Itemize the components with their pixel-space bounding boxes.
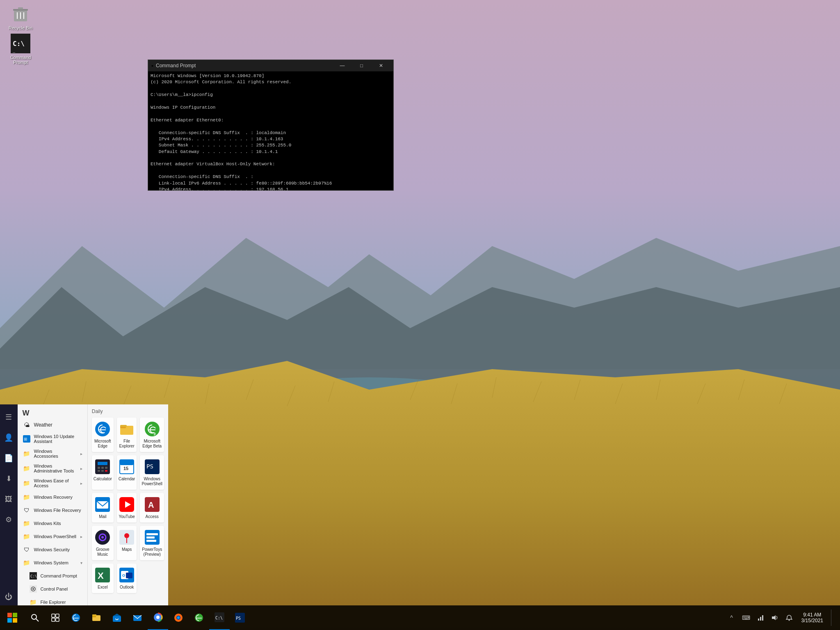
app-win-powershell[interactable]: 📁 Windows PowerShell ▸ xyxy=(18,530,87,543)
svg-rect-71 xyxy=(146,533,158,535)
app-win-system[interactable]: 📁 Windows System ▾ xyxy=(18,556,87,569)
cal-app-name: Calendar xyxy=(119,477,135,482)
svg-rect-42 xyxy=(120,425,127,427)
tray-network[interactable] xyxy=(754,609,767,626)
edge-app-icon xyxy=(94,421,111,437)
tray-notification[interactable] xyxy=(783,609,795,626)
svg-text:X: X xyxy=(98,571,104,581)
clock-time: 9:41 AM xyxy=(801,612,823,618)
app-win-file-recovery[interactable]: 🛡 Windows File Recovery xyxy=(18,504,87,517)
svg-rect-83 xyxy=(13,618,17,623)
svg-point-84 xyxy=(32,614,37,619)
show-desktop-button[interactable] xyxy=(831,609,836,626)
start-menu: ☰ 👤 📄 ⬇ 🖼 ⚙ ⏻ W 🌤 Weather ⊞ Windows 10 U… xyxy=(0,404,168,605)
close-button[interactable]: ✕ xyxy=(372,60,390,71)
svg-rect-48 xyxy=(101,467,104,469)
pictures-button[interactable]: 🖼 xyxy=(0,491,17,508)
mail-taskbar[interactable] xyxy=(127,605,148,630)
app-list-panel[interactable]: W 🌤 Weather ⊞ Windows 10 Update Assistan… xyxy=(18,404,87,605)
pinned-file-exp[interactable]: File Explorer xyxy=(117,418,137,452)
chrome-taskbar[interactable] xyxy=(148,605,168,630)
clock-date: 3/15/2021 xyxy=(801,618,823,623)
cmd-desktop-icon[interactable]: C:\ _ CommandPrompt xyxy=(4,34,37,65)
app-win-ease[interactable]: 📁 Windows Ease of Access ▸ xyxy=(18,476,87,491)
pinned-mail[interactable]: Mail xyxy=(92,493,114,523)
pinned-access[interactable]: A Access xyxy=(140,493,164,523)
calc-app-name: Calculator xyxy=(94,477,112,482)
pinned-powershell[interactable]: PS Windows PowerShell xyxy=(140,455,164,490)
app-cmd[interactable]: C:\ Command Prompt xyxy=(18,569,87,582)
pinned-groove[interactable]: Groove Music xyxy=(92,526,114,560)
app-control-panel[interactable]: Control Panel xyxy=(18,582,87,596)
weather-icon: 🌤 xyxy=(23,421,31,429)
start-sidebar: ☰ 👤 📄 ⬇ 🖼 ⚙ ⏻ xyxy=(0,404,18,605)
pinned-maps[interactable]: Maps xyxy=(117,526,137,560)
app-win10update[interactable]: ⊞ Windows 10 Update Assistant xyxy=(18,431,87,446)
powertoys-app-icon xyxy=(144,529,160,546)
ps-app-icon: PS xyxy=(144,459,160,475)
pinned-edge[interactable]: Microsoft Edge xyxy=(92,418,114,452)
accessories-folder-icon: 📁 xyxy=(23,450,31,458)
app-win-admin[interactable]: 📁 Windows Administrative Tools ▸ xyxy=(18,461,87,476)
cmd-icon-image: C:\ _ xyxy=(11,34,30,53)
edge-beta-app-name: Microsoft Edge Beta xyxy=(142,439,162,449)
svg-text:⊞: ⊞ xyxy=(24,437,27,441)
maximize-button[interactable]: □ xyxy=(352,60,371,71)
explorer-taskbar[interactable] xyxy=(86,605,107,630)
svg-rect-25 xyxy=(18,7,23,9)
task-view-button[interactable] xyxy=(45,605,66,630)
cmd-content: Microsoft Windows [Version 10.0.19042.87… xyxy=(148,71,393,190)
firefox-taskbar[interactable] xyxy=(168,605,189,630)
accessories-expand: ▸ xyxy=(80,452,82,456)
svg-point-38 xyxy=(32,588,34,590)
cmd-window[interactable]: ▪ Command Prompt — □ ✕ Microsoft Windows… xyxy=(148,59,394,191)
pinned-outlook[interactable]: O Outlook xyxy=(117,564,137,593)
pinned-youtube[interactable]: YouTube xyxy=(117,493,137,523)
store-taskbar[interactable] xyxy=(107,605,127,630)
pinned-edge-beta[interactable]: β Microsoft Edge Beta xyxy=(140,418,164,452)
pinned-calculator[interactable]: Calculator xyxy=(92,455,114,490)
app-win-recovery[interactable]: 📁 Windows Recovery xyxy=(18,491,87,504)
control-panel-icon xyxy=(29,585,37,593)
tray-volume[interactable] xyxy=(769,609,781,626)
download-button[interactable]: ⬇ xyxy=(0,470,17,487)
pinned-section-title: Daily xyxy=(92,409,164,414)
start-button[interactable] xyxy=(0,605,25,630)
tray-expand[interactable]: ^ xyxy=(726,609,738,626)
hamburger-button[interactable]: ☰ xyxy=(0,409,17,426)
tray-keyboard[interactable]: ⌨ xyxy=(740,609,752,626)
app-file-explorer[interactable]: 📁 File Explorer xyxy=(18,596,87,605)
ps-taskbar[interactable]: PS xyxy=(230,605,250,630)
cmd-label: Command Prompt xyxy=(41,573,77,578)
app-win-accessories[interactable]: 📁 Windows Accessories ▸ xyxy=(18,446,87,461)
svg-text:A: A xyxy=(148,500,154,509)
search-button[interactable] xyxy=(25,605,45,630)
user-button[interactable]: 👤 xyxy=(0,429,17,446)
pinned-calendar[interactable]: 15 Calendar xyxy=(117,455,137,490)
svg-point-96 xyxy=(156,616,160,619)
minimize-button[interactable]: — xyxy=(333,60,352,71)
settings-button[interactable]: ⚙ xyxy=(0,511,17,528)
pinned-excel[interactable]: X Excel xyxy=(92,564,114,593)
clock[interactable]: 9:41 AM 3/15/2021 xyxy=(797,612,827,623)
win10update-label: Windows 10 Update Assistant xyxy=(34,434,82,444)
yt-app-icon xyxy=(119,496,135,513)
outlook-app-icon: O xyxy=(119,567,135,583)
power-button[interactable]: ⏻ xyxy=(0,588,17,605)
pinned-grid: Microsoft Edge File Explorer β Microsoft… xyxy=(92,418,164,593)
taskbar-tray: ^ ⌨ 9:41 AM 3/15/2021 xyxy=(726,609,840,626)
edge-taskbar[interactable] xyxy=(66,605,86,630)
svg-rect-80 xyxy=(7,613,12,617)
app-win-security[interactable]: 🛡 Windows Security xyxy=(18,543,87,556)
maps-app-icon xyxy=(119,529,135,546)
recycle-bin-icon[interactable]: Recycle Bin xyxy=(4,4,37,30)
docs-button[interactable]: 📄 xyxy=(0,450,17,467)
access-app-icon: A xyxy=(144,496,160,513)
edge-beta-taskbar[interactable] xyxy=(189,605,209,630)
cmd-taskbar[interactable]: C:\ xyxy=(209,605,230,630)
app-weather[interactable]: 🌤 Weather xyxy=(18,418,87,431)
cmd-titlebar[interactable]: ▪ Command Prompt — □ ✕ xyxy=(148,60,393,71)
svg-rect-51 xyxy=(101,470,104,472)
pinned-powertoys[interactable]: PowerToys (Preview) xyxy=(140,526,164,560)
app-win-kits[interactable]: 📁 Windows Kits xyxy=(18,517,87,530)
